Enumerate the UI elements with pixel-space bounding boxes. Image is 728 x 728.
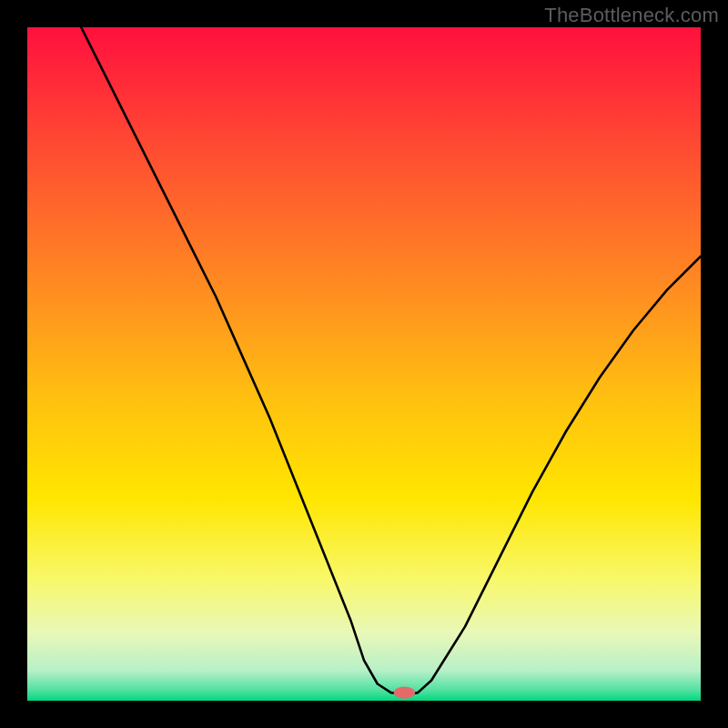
chart-svg <box>27 27 701 701</box>
plot-area <box>27 27 701 701</box>
watermark-text: TheBottleneck.com <box>544 4 719 27</box>
chart-frame: TheBottleneck.com <box>0 0 728 728</box>
optimal-point-marker <box>394 686 416 698</box>
gradient-rect <box>27 27 701 701</box>
